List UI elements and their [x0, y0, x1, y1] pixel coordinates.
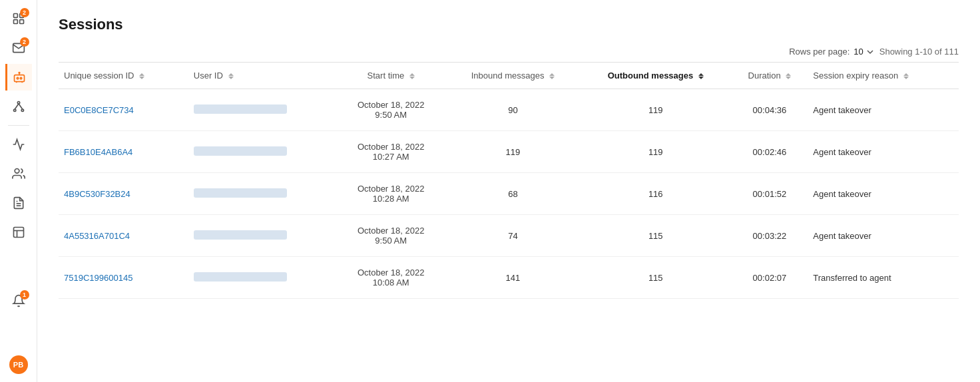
sessions-table-container: Unique session ID User ID — [37, 62, 980, 382]
cell-expiry-reason: Transferred to agent — [808, 257, 959, 299]
cell-duration: 00:03:22 — [732, 215, 808, 257]
sidebar: 2 2 — [0, 0, 37, 382]
svg-rect-0 — [13, 14, 17, 18]
col-header-inbound[interactable]: Inbound messages — [446, 63, 580, 89]
cell-duration: 00:02:46 — [732, 131, 808, 173]
sidebar-item-content[interactable] — [5, 219, 32, 246]
cell-inbound: 141 — [446, 257, 580, 299]
cell-user-id — [188, 173, 336, 215]
user-id-value — [194, 104, 287, 114]
sort-icon-expiry-reason — [903, 73, 909, 79]
svg-line-12 — [19, 104, 23, 109]
sort-icon-user-id — [228, 73, 234, 79]
col-header-session-id[interactable]: Unique session ID — [59, 63, 188, 89]
sidebar-item-analytics[interactable] — [5, 131, 32, 158]
sessions-table: Unique session ID User ID — [59, 62, 959, 299]
page-header: Sessions — [37, 0, 980, 41]
svg-rect-16 — [13, 228, 23, 238]
svg-point-6 — [20, 77, 22, 79]
cell-outbound: 116 — [580, 173, 732, 215]
cell-user-id — [188, 257, 336, 299]
cell-inbound: 68 — [446, 173, 580, 215]
cell-expiry-reason: Agent takeover — [808, 173, 959, 215]
table-row: 7519C199600145 October 18, 202210:08 AM … — [59, 257, 959, 299]
cell-expiry-reason: Agent takeover — [808, 215, 959, 257]
cell-outbound: 119 — [580, 89, 732, 131]
table-row: 4A55316A701C4 October 18, 20229:50 AM 74… — [59, 215, 959, 257]
session-id-link[interactable]: 7519C199600145 — [64, 273, 132, 283]
cell-outbound: 115 — [580, 215, 732, 257]
col-header-expiry-reason[interactable]: Session expiry reason — [808, 63, 959, 89]
cell-expiry-reason: Agent takeover — [808, 131, 959, 173]
session-id-link[interactable]: 4A55316A701C4 — [64, 231, 130, 241]
sort-icon-duration — [786, 73, 791, 79]
sidebar-item-inbox[interactable]: 2 — [5, 35, 32, 61]
cell-start-time: October 18, 20229:50 AM — [336, 89, 445, 131]
user-id-value — [194, 230, 287, 240]
rows-per-page-control: Rows per page: 10 — [789, 47, 874, 57]
cell-duration: 00:01:52 — [732, 173, 808, 215]
svg-point-9 — [13, 109, 15, 111]
avatar[interactable]: PB — [9, 355, 28, 374]
svg-rect-4 — [15, 75, 25, 82]
showing-text: Showing 1-10 of 111 — [879, 47, 959, 57]
inbox-badge: 2 — [20, 37, 29, 47]
cell-outbound: 115 — [580, 257, 732, 299]
cell-inbound: 119 — [446, 131, 580, 173]
sidebar-item-bell[interactable]: 1 — [5, 287, 32, 314]
sidebar-item-reports[interactable] — [5, 190, 32, 216]
svg-point-13 — [15, 169, 19, 174]
cell-start-time: October 18, 202210:27 AM — [336, 131, 445, 173]
chevron-down-icon — [866, 48, 874, 56]
notifications-badge: 2 — [20, 8, 29, 17]
svg-rect-3 — [19, 20, 23, 24]
page-title: Sessions — [59, 16, 959, 33]
user-id-value — [194, 188, 287, 198]
cell-session-id: FB6B10E4AB6A4 — [59, 131, 188, 173]
cell-user-id — [188, 215, 336, 257]
sort-icon-start-time — [409, 73, 415, 79]
svg-point-5 — [17, 77, 19, 79]
col-header-outbound[interactable]: Outbound messages — [580, 63, 732, 89]
main-content: Sessions Rows per page: 10 Showing 1-10 … — [37, 0, 980, 382]
cell-start-time: October 18, 202210:08 AM — [336, 257, 445, 299]
cell-outbound: 119 — [580, 131, 732, 173]
session-id-link[interactable]: E0C0E8CE7C734 — [64, 105, 134, 115]
svg-point-10 — [21, 109, 23, 111]
sort-icon-outbound — [698, 73, 704, 79]
rows-per-page-value: 10 — [854, 47, 863, 57]
sort-icon-session-id — [139, 73, 144, 79]
rows-per-page-select[interactable]: 10 — [854, 47, 873, 57]
sidebar-divider — [8, 125, 29, 126]
session-id-link[interactable]: 4B9C530F32B24 — [64, 189, 130, 199]
sidebar-item-notifications[interactable]: 2 — [5, 5, 32, 32]
session-id-link[interactable]: FB6B10E4AB6A4 — [64, 147, 132, 157]
svg-rect-2 — [13, 20, 17, 24]
cell-start-time: October 18, 202210:28 AM — [336, 173, 445, 215]
user-id-value — [194, 272, 287, 282]
sidebar-item-people[interactable] — [5, 160, 32, 187]
bell-badge: 1 — [20, 290, 29, 299]
svg-point-7 — [19, 73, 20, 74]
sidebar-item-bot[interactable] — [5, 64, 32, 91]
cell-start-time: October 18, 20229:50 AM — [336, 215, 445, 257]
table-header-row: Unique session ID User ID — [59, 63, 959, 89]
cell-duration: 00:02:07 — [732, 257, 808, 299]
cell-session-id: 7519C199600145 — [59, 257, 188, 299]
cell-user-id — [188, 131, 336, 173]
table-row: 4B9C530F32B24 October 18, 202210:28 AM 6… — [59, 173, 959, 215]
cell-inbound: 74 — [446, 215, 580, 257]
cell-inbound: 90 — [446, 89, 580, 131]
col-header-start-time[interactable]: Start time — [336, 63, 445, 89]
col-header-duration[interactable]: Duration — [732, 63, 808, 89]
rows-per-page-label: Rows per page: — [789, 47, 850, 57]
table-row: E0C0E8CE7C734 October 18, 20229:50 AM 90… — [59, 89, 959, 131]
svg-line-11 — [15, 104, 19, 109]
cell-user-id — [188, 89, 336, 131]
table-controls: Rows per page: 10 Showing 1-10 of 111 — [37, 41, 980, 62]
col-header-user-id[interactable]: User ID — [188, 63, 336, 89]
cell-duration: 00:04:36 — [732, 89, 808, 131]
sidebar-item-integrations[interactable] — [5, 93, 32, 120]
cell-session-id: 4B9C530F32B24 — [59, 173, 188, 215]
cell-session-id: E0C0E8CE7C734 — [59, 89, 188, 131]
